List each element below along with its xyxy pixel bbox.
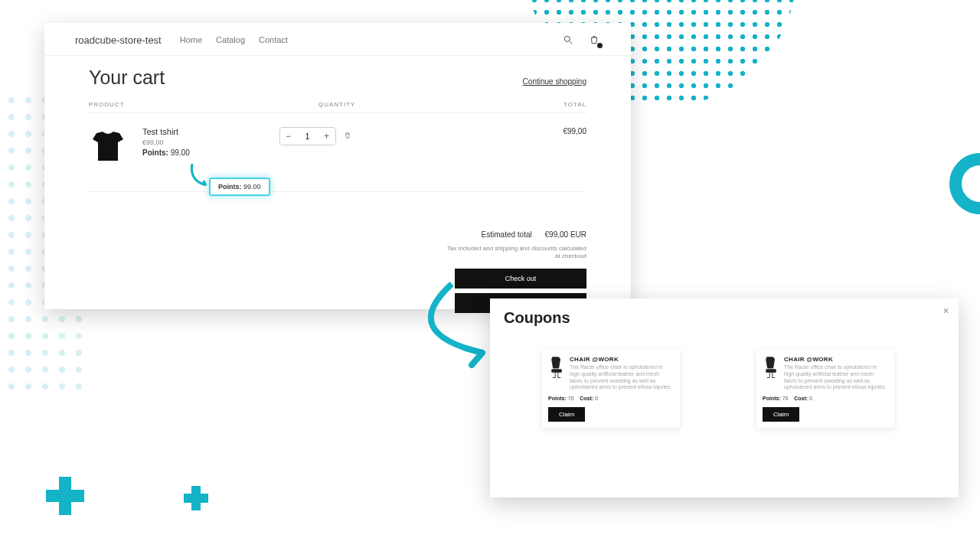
trash-icon[interactable] <box>344 131 351 142</box>
product-image <box>89 127 127 165</box>
nav-catalog[interactable]: Catalog <box>216 35 245 44</box>
cart-icon[interactable] <box>588 34 600 46</box>
quantity-block: − + <box>279 127 351 145</box>
store-header: roadcube-store-test Home Catalog Contact <box>44 23 631 56</box>
coupon-title: CHAIR @WORK <box>784 356 888 363</box>
nav-contact[interactable]: Contact <box>259 35 288 44</box>
qty-input[interactable] <box>297 128 318 145</box>
cart-body: Your cart Continue shopping PRODUCT QUAN… <box>44 56 631 192</box>
tax-note: Tax included and shipping and discounts … <box>441 245 586 261</box>
store-brand: roadcube-store-test <box>75 34 162 46</box>
quantity-stepper[interactable]: − + <box>279 127 336 145</box>
col-product: PRODUCT <box>89 101 318 108</box>
chair-icon <box>763 356 779 380</box>
cart-window: roadcube-store-test Home Catalog Contact… <box>44 23 631 309</box>
coupon-meta: Points: 70 Cost: 0 <box>548 396 674 401</box>
coupon-desc: The Racer office chair is upholstered in… <box>570 364 674 391</box>
coupons-title: Coupons <box>504 309 945 327</box>
coupon-card: CHAIR @WORK The Racer office chair is up… <box>756 350 894 428</box>
col-quantity: QUANTITY <box>318 101 456 108</box>
divider <box>89 191 586 192</box>
close-icon[interactable]: ✕ <box>942 306 949 316</box>
coupon-desc: The Racer office chair is upholstered in… <box>784 364 888 391</box>
line-total: €99,00 <box>563 127 586 135</box>
product-points: Points: 99.00 <box>142 148 190 157</box>
nav-home[interactable]: Home <box>180 35 202 44</box>
cart-columns: PRODUCT QUANTITY TOTAL <box>89 101 586 108</box>
qty-increase[interactable]: + <box>318 128 335 145</box>
estimated-total-label: Estimated total <box>482 230 532 239</box>
estimated-total-amount: €99,00 EUR <box>545 230 586 239</box>
coupon-grid: CHAIR @WORK The Racer office chair is up… <box>504 350 945 428</box>
totals-block: Estimated total €99,00 EUR Tax included … <box>44 230 631 261</box>
claim-button[interactable]: Claim <box>763 407 799 422</box>
product-name: Test tshirt <box>142 127 190 136</box>
search-icon[interactable] <box>562 34 574 46</box>
continue-shopping-link[interactable]: Continue shopping <box>523 77 586 86</box>
svg-point-0 <box>564 36 570 41</box>
bg-ring <box>949 153 980 214</box>
svg-line-1 <box>570 41 573 44</box>
qty-decrease[interactable]: − <box>280 128 297 145</box>
cart-badge <box>597 43 603 48</box>
coupon-title: CHAIR @WORK <box>570 356 674 363</box>
product-price: €99,00 <box>142 139 190 146</box>
coupon-meta: Points: 70 Cost: 0 <box>763 396 888 401</box>
page-title: Your cart <box>89 67 165 89</box>
product-info: Test tshirt €99,00 Points: 99.00 <box>142 127 190 157</box>
cart-item-row: Test tshirt €99,00 Points: 99.00 − + €99… <box>89 113 586 165</box>
chair-icon <box>548 356 565 380</box>
points-callout: Points: 99.00 <box>209 178 270 196</box>
bg-plus-small <box>184 494 208 503</box>
coupon-card: CHAIR @WORK The Racer office chair is up… <box>542 350 680 428</box>
bg-plus-large <box>46 490 84 502</box>
col-total: TOTAL <box>456 101 586 108</box>
claim-button[interactable]: Claim <box>548 407 585 422</box>
coupons-modal: ✕ Coupons CHAIR @WORK The Racer office c… <box>490 298 959 497</box>
